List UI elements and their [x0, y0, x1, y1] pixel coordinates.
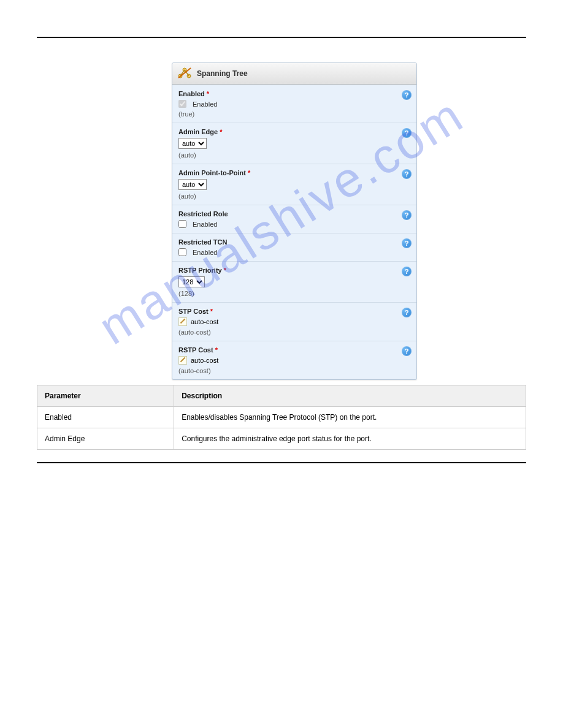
stp-cost-value: auto-cost	[191, 318, 218, 325]
table-row: Admin Edge Configures the administrative…	[37, 428, 526, 450]
field-restricted-tcn: ? Restricted TCN Enabled	[172, 233, 416, 261]
callout-2	[172, 134, 172, 149]
field-default: (auto)	[178, 151, 410, 159]
rstp-cost-value: auto-cost	[191, 357, 218, 364]
bottom-rule	[37, 462, 526, 463]
edit-icon[interactable]	[178, 356, 187, 365]
panel-title: Spanning Tree	[197, 69, 248, 78]
col-header-parameter: Parameter	[37, 385, 174, 407]
field-admin-edge: ? Admin Edge * auto (auto)	[172, 123, 416, 164]
help-icon[interactable]: ?	[402, 267, 412, 276]
restricted-tcn-checkbox[interactable]	[178, 248, 186, 256]
field-default: (128)	[178, 290, 410, 297]
admin-edge-select[interactable]: auto	[178, 138, 207, 149]
field-label: RSTP Cost *	[178, 346, 410, 354]
param-desc: Configures the administrative edge port …	[174, 428, 526, 450]
help-icon[interactable]: ?	[402, 128, 412, 138]
spanning-tree-icon	[177, 67, 192, 80]
help-icon[interactable]: ?	[402, 238, 412, 248]
field-label: Restricted TCN	[178, 238, 410, 246]
param-name: Admin Edge	[37, 428, 174, 450]
restricted-tcn-checkbox-label: Enabled	[193, 249, 217, 256]
callout-6	[172, 273, 172, 287]
field-enabled: ? Enabled * Enabled (true)	[172, 85, 416, 123]
help-icon[interactable]: ?	[402, 169, 412, 179]
field-restricted-role: ? Restricted Role Enabled	[172, 205, 416, 233]
help-icon[interactable]: ?	[402, 308, 412, 317]
panel-header: Spanning Tree	[172, 63, 416, 85]
enabled-checkbox[interactable]	[178, 100, 186, 108]
spanning-tree-panel-wrap: Spanning Tree ? Enabled * Enabled	[172, 63, 417, 380]
field-stp-cost: ? STP Cost * auto-cost (auto-cost)	[172, 302, 416, 341]
field-label: Enabled *	[178, 90, 410, 97]
field-label: Restricted Role	[178, 210, 410, 218]
admin-ptp-select[interactable]: auto	[178, 179, 207, 190]
field-label: STP Cost *	[178, 308, 410, 315]
field-label: Admin Edge *	[178, 128, 410, 135]
restricted-role-checkbox[interactable]	[178, 220, 186, 228]
param-name: Enabled	[37, 407, 174, 428]
help-icon[interactable]: ?	[402, 346, 412, 356]
rstp-priority-select[interactable]: 128	[178, 276, 205, 287]
parameter-table: Parameter Description Enabled Enables/di…	[37, 385, 526, 450]
field-label: Admin Point-to-Point *	[178, 169, 410, 176]
field-rstp-priority: ? RSTP Priority * 128 (128)	[172, 261, 416, 302]
field-admin-ptp: ? Admin Point-to-Point * auto (auto)	[172, 164, 416, 205]
field-default: (auto-cost)	[178, 367, 410, 374]
callout-3	[172, 175, 172, 190]
enabled-checkbox-label: Enabled	[193, 100, 217, 108]
col-header-description: Description	[174, 385, 526, 407]
callout-5	[172, 243, 172, 258]
edit-icon[interactable]	[178, 317, 187, 326]
callout-1	[172, 93, 172, 107]
param-desc: Enables/disables Spanning Tree Protocol …	[174, 407, 526, 428]
callout-4	[172, 215, 172, 230]
callout-7	[172, 314, 172, 328]
field-default: (auto)	[178, 192, 410, 200]
spanning-tree-panel: Spanning Tree ? Enabled * Enabled	[172, 63, 417, 380]
field-label: RSTP Priority *	[178, 267, 410, 274]
field-default: (auto-cost)	[178, 328, 410, 336]
field-rstp-cost: ? RSTP Cost * auto-cost (auto-cost)	[172, 341, 416, 379]
table-row: Enabled Enables/disables Spanning Tree P…	[37, 407, 526, 428]
help-icon[interactable]: ?	[402, 210, 412, 220]
restricted-role-checkbox-label: Enabled	[193, 221, 217, 228]
callout-8	[172, 352, 172, 367]
help-icon[interactable]: ?	[402, 90, 412, 100]
field-default: (true)	[178, 110, 410, 118]
top-rule	[37, 37, 526, 38]
